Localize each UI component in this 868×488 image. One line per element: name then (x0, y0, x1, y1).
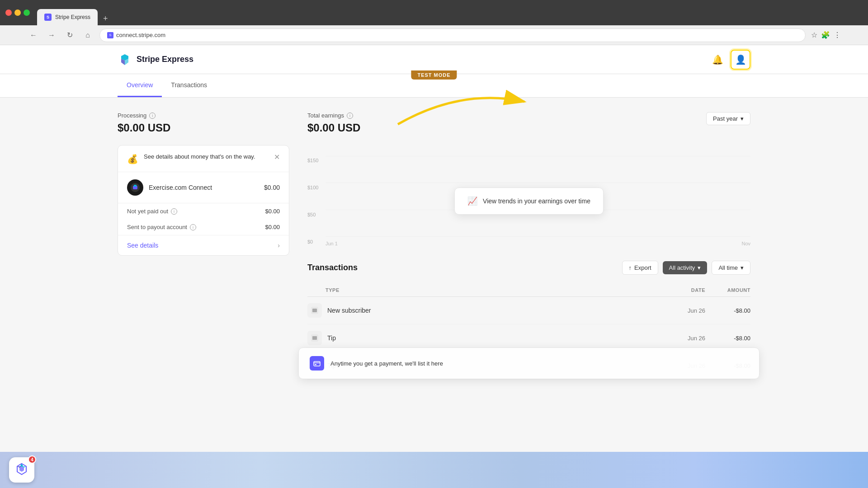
menu-button[interactable]: ⋮ (834, 31, 841, 39)
sent-info-icon[interactable]: i (190, 224, 196, 230)
row-type-1: Tip (327, 334, 660, 342)
refresh-button[interactable]: ↻ (63, 29, 76, 42)
see-details-chevron-icon: › (278, 242, 280, 249)
sent-label: Sent to payout account i (127, 224, 196, 230)
chart-x-labels: Jun 1 Nov (326, 241, 750, 246)
connect-name: Exercise.com Connect (149, 184, 264, 191)
chart-x-label-end: Nov (741, 241, 750, 246)
transactions-section: Transactions ↑ Export All activity ▾ All… (307, 261, 750, 380)
connect-amount: $0.00 (264, 184, 280, 191)
row-icon-tip (307, 331, 322, 345)
earnings-header: Total earnings i $0.00 USD Past year ▾ (307, 112, 750, 145)
back-button[interactable]: ← (27, 29, 40, 42)
processing-value: $0.00 USD (118, 122, 289, 134)
see-details-row[interactable]: See details › (118, 235, 289, 255)
table-header: TYPE DATE AMOUNT (307, 284, 750, 297)
close-traffic-light[interactable] (5, 9, 12, 16)
col-type: TYPE (307, 287, 660, 293)
money-card-notice: 💰 See details about money that's on the … (118, 145, 289, 172)
not-paid-info-icon[interactable]: i (171, 208, 177, 215)
address-text: connect.stripe.com (116, 32, 165, 38)
col-amount: AMOUNT (705, 287, 750, 293)
col-date: DATE (660, 287, 705, 293)
right-column: Total earnings i $0.00 USD Past year ▾ $… (307, 112, 750, 380)
tab-overview[interactable]: Overview (118, 74, 162, 97)
row-date-1: Jun 26 (660, 335, 705, 342)
active-tab[interactable]: S Stripe Express (37, 9, 98, 25)
dock-badge: 4 (28, 455, 36, 464)
extensions-button[interactable]: 🧩 (821, 31, 830, 39)
forward-button[interactable]: → (45, 29, 58, 42)
not-paid-amount: $0.00 (265, 208, 280, 215)
chart-x-label-start: Jun 1 (326, 241, 338, 246)
left-column: Processing i $0.00 USD 💰 See details abo… (118, 112, 289, 380)
chart-y-label-50: $50 (307, 212, 318, 217)
see-details-text: See details (127, 242, 158, 249)
user-avatar-icon: 👤 (735, 54, 746, 65)
chart-grid-line-1 (326, 183, 750, 183)
total-earnings-info-icon[interactable]: i (347, 113, 353, 119)
svg-rect-15 (315, 364, 316, 365)
row-type-0: New subscriber (327, 307, 660, 314)
total-earnings-section: Total earnings i $0.00 USD (307, 112, 360, 145)
notice-money-icon: 💰 (127, 154, 138, 164)
minimize-traffic-light[interactable] (14, 9, 21, 16)
header-actions: 🔔 👤 (712, 50, 750, 70)
processing-label: Processing i (118, 112, 289, 119)
transactions-title: Transactions (307, 263, 358, 272)
user-avatar-button[interactable]: 👤 (731, 50, 750, 70)
stripe-logo-area: Stripe Express (118, 52, 193, 67)
notification-bell-button[interactable]: 🔔 (712, 54, 723, 65)
processing-info-icon[interactable]: i (149, 113, 156, 119)
transactions-header: Transactions ↑ Export All activity ▾ All… (307, 261, 750, 275)
chart-y-labels: $150 $100 $50 $0 (307, 156, 318, 246)
notice-text: See details about money that's on the wa… (144, 153, 269, 161)
chart-y-label-150: $150 (307, 158, 318, 163)
table-row: New subscriber Jun 26 -$8.00 (307, 297, 750, 324)
activity-filter-chevron-icon: ▾ (698, 264, 701, 271)
home-button[interactable]: ⌂ (81, 29, 94, 42)
bottom-dock: 4 (0, 452, 868, 488)
transactions-controls: ↑ Export All activity ▾ All time ▾ (622, 261, 751, 275)
new-tab-button[interactable]: + (99, 12, 112, 25)
total-earnings-value: $0.00 USD (307, 122, 360, 134)
page-container: TEST MODE Stripe Express 🔔 👤 (0, 45, 868, 488)
maximize-traffic-light[interactable] (24, 9, 30, 16)
payment-overlay-icon (310, 356, 324, 371)
dock-icon[interactable]: 4 (9, 457, 34, 483)
address-bar-row: ← → ↻ ⌂ S connect.stripe.com ☆ 🧩 ⋮ (0, 25, 868, 45)
activity-filter-button[interactable]: All activity ▾ (663, 261, 708, 274)
export-button[interactable]: ↑ Export (622, 261, 658, 275)
tab-favicon: S (44, 14, 52, 21)
money-card: 💰 See details about money that's on the … (118, 145, 289, 256)
svg-rect-14 (314, 361, 320, 366)
chart-grid-line-bottom (326, 236, 750, 237)
address-field[interactable]: S connect.stripe.com (99, 28, 806, 42)
table-row: Tip Jun 26 -$8.00 Anytime yo (307, 352, 750, 380)
time-filter-chevron-icon: ▾ (741, 264, 744, 271)
chart-container: $150 $100 $50 $0 Jun 1 Nov 📈 Vi (307, 156, 750, 246)
trend-icon: 📈 (467, 196, 477, 206)
star-button[interactable]: ☆ (811, 31, 817, 39)
stripe-header: Stripe Express 🔔 👤 (0, 45, 868, 74)
svg-rect-11 (312, 336, 317, 340)
tab-title: Stripe Express (55, 14, 90, 20)
chart-overlay[interactable]: 📈 View trends in your earnings over time (454, 188, 604, 215)
chart-y-label-100: $100 (307, 185, 318, 190)
site-favicon: S (107, 32, 113, 38)
row-icon-subscriber (307, 303, 322, 318)
svg-rect-9 (312, 309, 317, 312)
notice-close-button[interactable]: ✕ (274, 153, 280, 161)
connect-avatar (127, 179, 143, 196)
content-area: Processing i $0.00 USD 💰 See details abo… (0, 98, 868, 394)
row-amount-0: -$8.00 (705, 307, 750, 314)
browser-actions: ☆ 🧩 ⋮ (811, 31, 841, 39)
tab-transactions[interactable]: Transactions (162, 74, 216, 97)
not-paid-row: Not yet paid out i $0.00 (118, 203, 289, 219)
period-select-label: Past year (713, 115, 738, 122)
browser-chrome: S Stripe Express + (0, 0, 868, 25)
chart-y-label-0: $0 (307, 239, 318, 244)
period-select-button[interactable]: Past year ▾ (706, 112, 750, 125)
time-filter-button[interactable]: All time ▾ (712, 261, 750, 275)
traffic-lights (5, 9, 30, 16)
